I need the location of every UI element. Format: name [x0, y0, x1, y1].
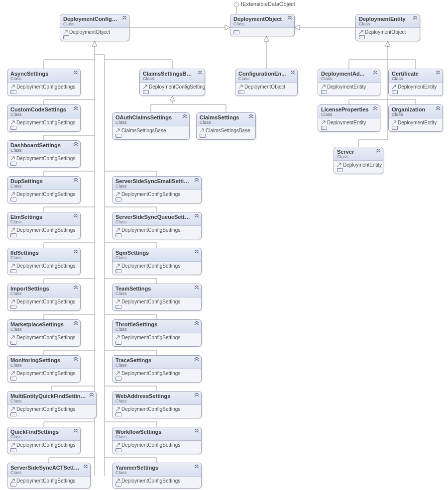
expand-collapse-icon[interactable]	[413, 16, 418, 21]
compartment-toggle-icon[interactable]	[337, 168, 343, 172]
expand-collapse-icon[interactable]	[73, 214, 78, 219]
expand-collapse-icon[interactable]	[73, 250, 78, 255]
compartment-toggle-icon[interactable]	[10, 126, 16, 130]
compartment-toggle-icon[interactable]	[10, 412, 16, 416]
expand-collapse-icon[interactable]	[436, 71, 441, 76]
expand-collapse-icon[interactable]	[194, 429, 199, 434]
compartment-toggle-icon[interactable]	[63, 35, 69, 39]
inherit-arrow-icon	[115, 264, 120, 269]
expand-collapse-icon[interactable]	[73, 286, 78, 291]
class-node-server[interactable]: ServerClassDeploymentEntity	[334, 147, 383, 174]
expand-collapse-icon[interactable]	[182, 114, 187, 119]
expand-collapse-icon[interactable]	[436, 106, 441, 111]
class-node-oauthClaims[interactable]: OAuthClaimsSettingsClassClaimsSettingsBa…	[112, 112, 190, 140]
compartment-toggle-icon[interactable]	[359, 35, 365, 39]
expand-collapse-icon[interactable]	[376, 149, 381, 154]
class-node-dashboard[interactable]: DashboardSettingsClassDeploymentConfigSe…	[7, 140, 81, 168]
compartment-toggle-icon[interactable]	[115, 448, 121, 452]
compartment-toggle-icon[interactable]	[10, 448, 16, 452]
class-node-ifd[interactable]: IfdSettingsClassDeploymentConfigSettings	[7, 248, 81, 275]
class-node-deployAd[interactable]: DeploymentAd...ClassDeploymentEntity	[318, 69, 380, 96]
compartment-toggle-icon[interactable]	[238, 90, 244, 94]
class-node-async[interactable]: AsyncSettingsClassDeploymentConfigSettin…	[7, 69, 81, 96]
class-node-monitoring[interactable]: MonitoringSettingsClassDeploymentConfigS…	[7, 355, 81, 383]
compartment-toggle-icon[interactable]	[10, 377, 16, 381]
expand-collapse-icon[interactable]	[73, 357, 78, 362]
compartment-toggle-icon[interactable]	[115, 377, 121, 381]
expand-collapse-icon[interactable]	[287, 16, 292, 21]
compartment-toggle-icon[interactable]	[115, 341, 121, 345]
compartment-toggle-icon[interactable]	[10, 90, 16, 94]
expand-collapse-icon[interactable]	[194, 250, 199, 255]
class-node-sssEmail[interactable]: ServerSideSyncEmailSettingsClassDeployme…	[112, 176, 202, 203]
class-node-meqf[interactable]: MultiEntityQuickFindSettingsClassDeploym…	[7, 391, 97, 418]
class-node-org[interactable]: OrganizationClassDeploymentEntity	[388, 104, 443, 132]
compartment-toggle-icon[interactable]	[115, 197, 121, 201]
compartment-toggle-icon[interactable]	[143, 90, 149, 94]
compartment-toggle-icon[interactable]	[115, 134, 121, 138]
class-node-configEn[interactable]: ConfigurationEn...ClassDeploymentObject	[235, 69, 298, 96]
compartment-toggle-icon[interactable]	[115, 305, 121, 309]
expand-collapse-icon[interactable]	[248, 114, 253, 119]
expand-collapse-icon[interactable]	[73, 142, 78, 147]
expand-collapse-icon[interactable]	[373, 106, 378, 111]
class-node-sqm[interactable]: SqmSettingsClassDeploymentConfigSettings	[112, 248, 202, 275]
class-node-yammer[interactable]: YammerSettingsClassDeploymentConfigSetti…	[112, 463, 202, 489]
expand-collapse-icon[interactable]	[73, 71, 78, 76]
class-node-sssQueue[interactable]: ServerSideSyncQueueSettingsClassDeployme…	[112, 212, 202, 239]
compartment-toggle-icon[interactable]	[115, 233, 121, 237]
expand-collapse-icon[interactable]	[194, 178, 199, 183]
compartment-toggle-icon[interactable]	[10, 269, 16, 273]
expand-collapse-icon[interactable]	[83, 465, 88, 470]
compartment-toggle-icon[interactable]	[392, 90, 398, 94]
expand-collapse-icon[interactable]	[373, 71, 378, 76]
compartment-toggle-icon[interactable]	[233, 30, 239, 34]
compartment-toggle-icon[interactable]	[321, 126, 327, 130]
compartment-toggle-icon[interactable]	[392, 126, 398, 130]
class-node-dup[interactable]: DupSettingsClassDeploymentConfigSettings	[7, 176, 81, 203]
compartment-toggle-icon[interactable]	[10, 341, 16, 345]
class-node-import[interactable]: ImportSettingsClassDeploymentConfigSetti…	[7, 284, 81, 311]
compartment-toggle-icon[interactable]	[115, 269, 121, 273]
class-node-customCode[interactable]: CustomCodeSettingsClassDeploymentConfigS…	[7, 104, 81, 132]
expand-collapse-icon[interactable]	[194, 321, 199, 326]
expand-collapse-icon[interactable]	[89, 393, 94, 398]
expand-collapse-icon[interactable]	[73, 178, 78, 183]
compartment-toggle-icon[interactable]	[10, 197, 16, 201]
compartment-toggle-icon[interactable]	[10, 305, 16, 309]
class-node-marketplace[interactable]: MarketplaceSettingsClassDeploymentConfig…	[7, 319, 81, 347]
expand-collapse-icon[interactable]	[290, 71, 295, 76]
expand-collapse-icon[interactable]	[194, 286, 199, 291]
class-node-deployObject[interactable]: DeploymentObjectClass	[230, 14, 295, 36]
expand-collapse-icon[interactable]	[194, 357, 199, 362]
compartment-toggle-icon[interactable]	[10, 233, 16, 237]
compartment-toggle-icon[interactable]	[115, 483, 121, 487]
compartment-toggle-icon[interactable]	[10, 162, 16, 166]
expand-collapse-icon[interactable]	[73, 429, 78, 434]
class-node-deployConfig[interactable]: DeploymentConfigSettingsClassDeploymentO…	[60, 14, 129, 41]
class-node-etm[interactable]: EtmSettingsClassDeploymentConfigSettings	[7, 212, 81, 239]
compartment-toggle-icon[interactable]	[321, 90, 327, 94]
expand-collapse-icon[interactable]	[194, 214, 199, 219]
class-node-quickFind[interactable]: QuickFindSettingsClassDeploymentConfigSe…	[7, 427, 81, 454]
class-node-throttle[interactable]: ThrottleSettingsClassDeploymentConfigSet…	[112, 319, 202, 347]
expand-collapse-icon[interactable]	[198, 71, 203, 76]
class-node-sssACT[interactable]: ServerSideSyncACTSettingsClassDeployment…	[7, 463, 91, 489]
expand-collapse-icon[interactable]	[73, 106, 78, 111]
class-node-team[interactable]: TeamSettingsClassDeploymentConfigSetting…	[112, 284, 202, 311]
class-node-certificate[interactable]: CertificateClassDeploymentEntity	[388, 69, 443, 96]
expand-collapse-icon[interactable]	[194, 393, 199, 398]
compartment-toggle-icon[interactable]	[115, 412, 121, 416]
expand-collapse-icon[interactable]	[73, 321, 78, 326]
class-node-workflow[interactable]: WorkflowSettingsClassDeploymentConfigSet…	[112, 427, 202, 454]
expand-collapse-icon[interactable]	[122, 16, 127, 21]
class-node-claims[interactable]: ClaimsSettingsClassClaimsSettingsBase	[196, 112, 256, 140]
class-node-trace[interactable]: TraceSettingsClassDeploymentConfigSettin…	[112, 355, 202, 383]
compartment-toggle-icon[interactable]	[200, 134, 206, 138]
class-node-claimsBase[interactable]: ClaimsSettingsBaseClassDeploymentConfigS…	[139, 69, 205, 96]
compartment-toggle-icon[interactable]	[10, 483, 16, 487]
expand-collapse-icon[interactable]	[194, 465, 199, 470]
class-node-license[interactable]: LicensePropertiesClassDeploymentEntity	[318, 104, 380, 132]
class-node-webAddr[interactable]: WebAddressSettingsClassDeploymentConfigS…	[112, 391, 202, 418]
class-node-deployEntity[interactable]: DeploymentEntityClassDeploymentObject	[355, 14, 420, 41]
